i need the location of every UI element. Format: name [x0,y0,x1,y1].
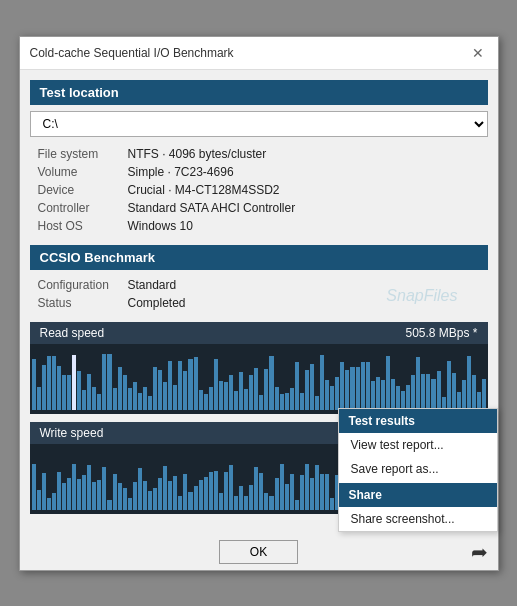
table-row: Device Crucial · M4-CT128M4SSD2 [30,181,488,199]
context-menu: Test results View test report... Save re… [338,408,498,532]
table-row: Status Completed [30,294,488,312]
read-chart-bars [30,344,488,414]
close-button[interactable]: ✕ [468,43,488,63]
window-title: Cold-cache Sequential I/O Benchmark [30,46,234,60]
label-status: Status [30,294,120,312]
value-hostos: Windows 10 [120,217,488,235]
value-filesystem: NTFS · 4096 bytes/cluster [120,145,488,163]
label-filesystem: File system [30,145,120,163]
write-speed-label: Write speed [40,426,104,440]
footer-wrap: OK ➦ Test results View test report... Sa… [20,532,498,570]
share-icon[interactable]: ➦ [471,540,488,564]
table-row: File system NTFS · 4096 bytes/cluster [30,145,488,163]
main-window: Cold-cache Sequential I/O Benchmark ✕ Te… [19,36,499,571]
label-device: Device [30,181,120,199]
drive-select-wrap: C:\ [30,111,488,137]
read-speed-label: Read speed [40,326,105,340]
benchmark-header: CCSIO Benchmark [30,245,488,270]
read-speed-section: Read speed 505.8 MBps * [30,322,488,414]
test-location-header: Test location [30,80,488,105]
value-config: Standard [120,276,488,294]
ok-button[interactable]: OK [219,540,298,564]
label-controller: Controller [30,199,120,217]
value-device: Crucial · M4-CT128M4SSD2 [120,181,488,199]
value-controller: Standard SATA AHCI Controller [120,199,488,217]
label-hostos: Host OS [30,217,120,235]
table-row: Volume Simple · 7C23-4696 [30,163,488,181]
read-speed-chart [30,344,488,414]
view-test-report-item[interactable]: View test report... [339,433,497,457]
label-config: Configuration [30,276,120,294]
context-menu-results-header: Test results [339,409,497,433]
read-speed-value: 505.8 MBps * [405,326,477,340]
benchmark-info-table: Configuration Standard Status Completed [30,276,488,312]
table-row: Host OS Windows 10 [30,217,488,235]
system-info-table: File system NTFS · 4096 bytes/cluster Vo… [30,145,488,235]
value-volume: Simple · 7C23-4696 [120,163,488,181]
read-speed-header: Read speed 505.8 MBps * [30,322,488,344]
value-status: Completed [120,294,488,312]
label-volume: Volume [30,163,120,181]
table-row: Configuration Standard [30,276,488,294]
context-menu-share-header: Share [339,483,497,507]
title-bar: Cold-cache Sequential I/O Benchmark ✕ [20,37,498,70]
footer: OK ➦ [20,532,498,570]
share-screenshot-item[interactable]: Share screenshot... [339,507,497,531]
save-report-item[interactable]: Save report as... [339,457,497,481]
drive-select[interactable]: C:\ [30,111,488,137]
table-row: Controller Standard SATA AHCI Controller [30,199,488,217]
